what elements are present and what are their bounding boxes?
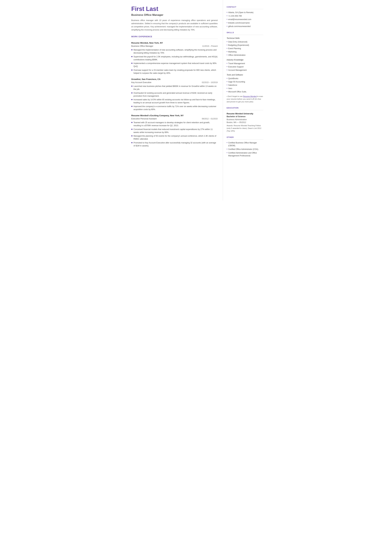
skill-budgeting: Budgeting (Experienced) [227,44,263,47]
work-experience-heading: WORK EXPERIENCE [131,35,218,39]
skills-section: SKILLS Technical Skills: Data Entry (Adv… [227,31,263,103]
technical-skills-list: Data Entry (Advanced) Budgeting (Experie… [227,40,263,56]
skill-xero: Xero [227,87,263,90]
job-bullets-1: Managed the implementation of new accoun… [131,49,218,75]
bullet-dot [131,106,133,107]
job-title-3: Executive Personal Assistant [131,117,157,120]
candidate-name: First Last [131,6,218,12]
job-bullets-2: Launched new business pitches that yield… [131,85,218,111]
skill-quickbooks: QuickBooks [227,77,263,80]
job-block-1: Resume Worded, New York, NY Business Off… [131,41,218,75]
skill-account-mgmt: Account Management [227,69,263,71]
job-dates-2: 02/2015 – 10/2019 [202,81,217,84]
job-title-dates-3: Executive Personal Assistant 06/2012 – 0… [131,117,218,120]
job-title-dates-2: Key Account Executive 02/2015 – 10/2019 [131,81,218,84]
education-heading: EDUCATION [227,107,263,110]
industry-knowledge-label: Industry Knowledge: [227,58,263,61]
bullet-dot [131,86,133,87]
bullet-1-4: Oversaw support for a 15-member sales te… [131,69,218,75]
bullet-dot [131,92,133,93]
skills-heading: SKILLS [227,31,263,35]
job-title-1: Business Office Manager [131,45,153,48]
bullet-dot [131,122,133,123]
industry-skills-list: Travel Management Executive Support Acco… [227,62,263,71]
left-column: First Last Business Office Manager Busin… [125,0,223,201]
bullet-dot [131,49,133,50]
bullet-3-1: Teamed with 25 account managers to devel… [131,121,218,127]
job-title-2: Key Account Executive [131,81,151,84]
other-heading: OTHER [227,136,263,140]
bullet-dot [131,99,133,100]
bullet-2-4: Improved the company's e-commerce traffi… [131,105,218,111]
bullet-2-2: Overhauled 32 existing accounts and gene… [131,91,218,98]
bullet-2-1: Launched new business pitches that yield… [131,85,218,91]
job-dates-3: 06/2012 – 01/2015 [202,117,217,120]
job-company-1: Resume Worded, New York, NY [131,41,218,44]
right-column: CONTACT Atlanta, GA (Open to Remote) +1-… [223,0,267,201]
job-company-2: Growthsi, San Francisco, CA [131,78,218,81]
summary-text: Business office manager with 10 years of… [131,19,218,31]
contact-list: Atlanta, GA (Open to Remote) +1-234-456-… [227,11,263,28]
technical-skills-label: Technical Skills: [227,37,263,40]
skill-data-entry: Data Entry (Advanced) [227,40,263,43]
bullet-dot [131,142,133,143]
tools-software-label: Tools and Software: [227,73,263,76]
skill-salesforce: Salesforce [227,84,263,87]
contact-item-email: email@resumeworded.com [227,18,263,21]
contact-item-phone: +1-234-456-789 [227,14,263,17]
skill-office-admin: Office Administration [227,54,263,56]
bullet-3-4: Promoted to Key Account Executive after … [131,141,218,147]
edu-block-1: Resume Worded University Bachelor of Sci… [227,112,263,133]
edu-school: Resume Worded University [227,112,263,115]
bullet-1-3: Implemented a comprehensive expense mana… [131,62,218,68]
bullet-dot [131,56,133,57]
contact-item-linkedin: linkedin.com/in/username [227,21,263,24]
job-bullets-3: Teamed with 25 account managers to devel… [131,121,218,147]
other-item-cbom: Certified Business Office Manager (CBOM)… [227,141,263,147]
skill-exec-support: Executive Support [227,65,263,68]
bullet-dot [131,70,133,70]
edu-location-date: Boston, MA — 05/2012 [227,121,263,124]
other-item-coa: Certified Office Administrator (COA). [227,148,263,151]
bullet-dot [131,135,133,136]
job-dates-1: 11/2019 – Present [202,45,217,48]
bullet-3-2: Conceived financial models that reduced … [131,128,218,134]
job-block-3: Resume Worded's Exciting Company, New Yo… [131,114,218,147]
job-company-3: Resume Worded's Exciting Company, New Yo… [131,114,218,117]
bullet-3-3: Managed the planning of 50 events for th… [131,134,218,140]
resume-page: First Last Business Office Manager Busin… [125,0,267,201]
skill-ms-office: Microsoft Office Suite, [227,90,263,93]
candidate-title: Business Office Manager [131,13,218,17]
edu-awards: Awards: Resume Worded Teaching Fellow (o… [227,124,263,133]
edu-field: Business Administration [227,118,263,121]
resume-worded-link[interactable]: Resume Worded [243,95,257,97]
tools-list: QuickBooks Sage 50 Accounting Salesforce… [227,77,263,93]
contact-section: CONTACT Atlanta, GA (Open to Remote) +1-… [227,6,263,28]
edu-degree: Bachelor of Science [227,115,263,118]
bullet-dot [131,63,133,64]
bullet-dot [131,129,133,130]
skill-event-planning: Event Planning [227,47,263,50]
other-item-camp: Certified Administration and Office Mana… [227,151,263,157]
skill-travel-mgmt: Travel Management [227,62,263,65]
bullet-2-3: Increased sales by 14.5% within 65 exist… [131,98,218,104]
skill-sage50: Sage 50 Accounting [227,80,263,83]
bullet-1-2: Supervised the payroll for 2.5K employee… [131,55,218,61]
other-list: Certified Business Office Manager (CBOM)… [227,141,263,157]
contact-item-location: Atlanta, GA (Open to Remote) [227,11,263,14]
resume-worded-note: • Don't forget to use Resume Worded to s… [227,95,263,103]
contact-item-github: github.com/resumeworded [227,25,263,28]
contact-heading: CONTACT [227,6,263,9]
bullet-1-1: Managed the implementation of new accoun… [131,49,218,55]
job-title-dates-1: Business Office Manager 11/2019 – Presen… [131,45,218,48]
other-section: OTHER Certified Business Office Manager … [227,136,263,157]
education-section: EDUCATION Resume Worded University Bache… [227,107,263,132]
skill-marketing: Marketing [227,50,263,53]
job-block-2: Growthsi, San Francisco, CA Key Account … [131,78,218,111]
